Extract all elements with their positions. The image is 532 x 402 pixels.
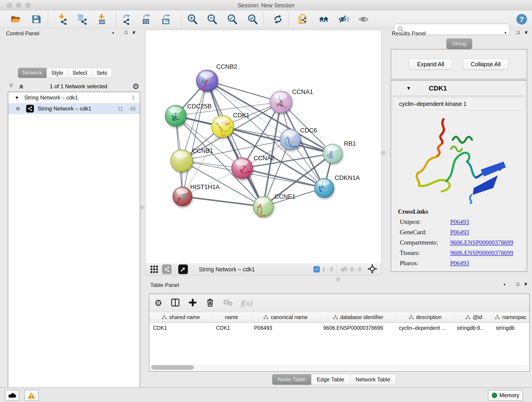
cloud-status-button[interactable] [5,390,19,401]
export-table-button[interactable] [140,13,152,25]
network-edge-CCNB2-CCNA1[interactable] [207,81,281,102]
column-header-name[interactable]: name [213,312,251,322]
import-network-from-database-button[interactable] [76,13,87,25]
column-header-description[interactable]: description [396,312,454,322]
save-session-button[interactable] [31,13,42,25]
protein-card-header[interactable]: ▼ CDK1 [391,81,527,96]
fit-content-target-icon[interactable] [367,264,377,275]
network-edge-CCNB2-HIST1H1A[interactable] [182,81,207,196]
tab-select[interactable]: Select [68,68,92,78]
table-options-gear-icon[interactable]: ⚙ [154,298,162,308]
crosslink-link[interactable]: P06493 [450,260,469,267]
string-view-badge-icon[interactable] [162,264,172,274]
control-panel-menu-icon[interactable]: ▾ [112,31,114,35]
show-all-button[interactable] [358,13,369,25]
network-edge-CCNA2-CDKN1A[interactable] [242,168,324,188]
zoom-in-button[interactable] [187,13,198,25]
help-button[interactable]: ? [516,13,527,25]
network-node-CCNB1[interactable] [171,150,193,172]
network-row[interactable]: String Network – cdk1 11 48 [8,103,140,114]
open-session-button[interactable] [10,13,21,25]
column-header-shared-name[interactable]: shared name [149,312,213,322]
control-panel-close-icon[interactable]: ✘ [133,30,135,35]
zoom-out-button[interactable] [206,13,218,25]
table-cell[interactable]: cyclin–dependent ... [395,323,453,333]
splitter-handle[interactable] [381,151,385,155]
import-network-button[interactable] [56,13,68,25]
results-panel-close-icon[interactable]: ✘ [525,30,528,35]
network-node-CDKN1A[interactable] [315,178,334,198]
zoom-fit-button[interactable] [227,13,238,25]
selected-checkbox-icon[interactable]: ✓ [313,266,320,273]
network-node-HIST1H1A[interactable] [173,187,192,206]
memory-button[interactable]: Memory [488,390,523,401]
crosslink-link[interactable]: 9606.ENSP00000378699 [450,239,513,246]
birdseye-view-icon[interactable] [178,264,188,274]
table-cell[interactable]: CDK1 [149,323,212,333]
control-panel-float-icon[interactable]: ❑ [124,30,127,35]
table-horizontal-scrollbar[interactable] [150,365,528,370]
table-cell[interactable]: stringdb:9... [453,323,492,333]
network-node-CCNB2[interactable] [196,70,218,91]
import-table-button[interactable] [96,13,108,25]
crosslink-link[interactable]: P06493 [450,218,469,225]
table-panel-float-icon[interactable]: ❑ [516,282,519,286]
network-node-CCNA2[interactable] [232,158,253,179]
toolbar-separator [336,265,336,274]
warnings-button[interactable] [24,390,38,401]
network-canvas[interactable]: CCNB2CCNA1CDC25BCDK1CDC6RB1CCNB1CCNA2CDK… [145,30,381,264]
show-columns-icon[interactable] [171,298,180,308]
table-cell[interactable]: 9606.ENSP00000378699 [320,323,395,333]
tab-network[interactable]: Network [18,68,47,78]
table-cell[interactable]: CDK1 [212,323,250,333]
grid-view-icon[interactable] [150,264,159,274]
tab-network-table[interactable]: Network Table [350,374,396,385]
network-node-RB1[interactable] [323,144,342,163]
add-column-icon[interactable] [188,298,197,308]
table-row[interactable]: CDK1CDK1P064939606.ENSP00000378699cyclin… [149,323,529,333]
table-cell[interactable]: P06493 [250,323,320,333]
network-edge-HIST1H1A-CCNE1[interactable] [182,196,263,206]
network-graph[interactable]: CCNB2CCNA1CDC25BCDK1CDC6RB1CCNB1CCNA2CDK… [146,30,381,263]
tab-node-table[interactable]: Node Table [272,374,311,385]
export-image-button[interactable] [160,13,172,25]
node-label-CDC25B: CDC25B [187,103,212,110]
column-header--id[interactable]: @id [454,312,494,322]
protein-structure-image [405,112,513,204]
crosslink-link[interactable]: P06493 [450,229,469,236]
tab-style[interactable]: Style [46,68,68,78]
zoom-selected-button[interactable] [247,13,259,25]
expand-all-button[interactable]: Expand All [409,59,452,70]
column-header-database-identifier[interactable]: database identifier [320,312,396,322]
network-collection-row[interactable]: ▼ String Network – cdk1 1 [8,92,140,103]
results-panel-menu-icon[interactable]: ▾ [505,31,506,35]
home-networks-button[interactable] [318,13,329,25]
splitter-handle[interactable] [140,205,144,210]
network-node-CDC25B[interactable] [165,105,186,126]
tab-edge-table[interactable]: Edge Table [311,374,350,385]
apply-layout-button[interactable] [272,13,284,25]
crosslink-link[interactable]: 9606.ENSP00000378699 [450,249,513,256]
collapse-all-button[interactable]: Collapse All [463,59,509,70]
tab-string[interactable]: String [446,38,472,49]
tab-sets[interactable]: Sets [92,68,112,78]
table-cell[interactable]: stringdb [492,323,527,333]
column-header-canonical-name[interactable]: canonical name [251,312,320,322]
results-panel-float-icon[interactable]: ❑ [516,30,520,35]
scrollbar-thumb[interactable] [151,365,194,370]
collapse-all-networks-icon[interactable] [8,82,15,91]
network-node-CCNE1[interactable] [253,196,273,217]
network-options-gear-icon[interactable]: ⚙ [133,82,139,91]
delete-column-icon[interactable] [205,298,215,308]
column-header-namespac[interactable]: namespac [494,312,528,322]
collection-expand-icon[interactable]: ▼ [15,95,19,100]
table-panel-menu-icon[interactable]: ▾ [504,282,505,287]
export-network-button[interactable] [120,13,132,25]
table-panel-close-icon[interactable]: ✘ [524,282,527,286]
protein-collapse-icon[interactable]: ▼ [406,85,411,91]
duplicate-network-button[interactable] [298,13,309,25]
hide-selected-button[interactable] [338,13,349,25]
network-node-CCNA1[interactable] [270,91,292,113]
expand-all-networks-icon[interactable] [18,82,25,91]
network-node-CDC6[interactable] [280,129,301,150]
